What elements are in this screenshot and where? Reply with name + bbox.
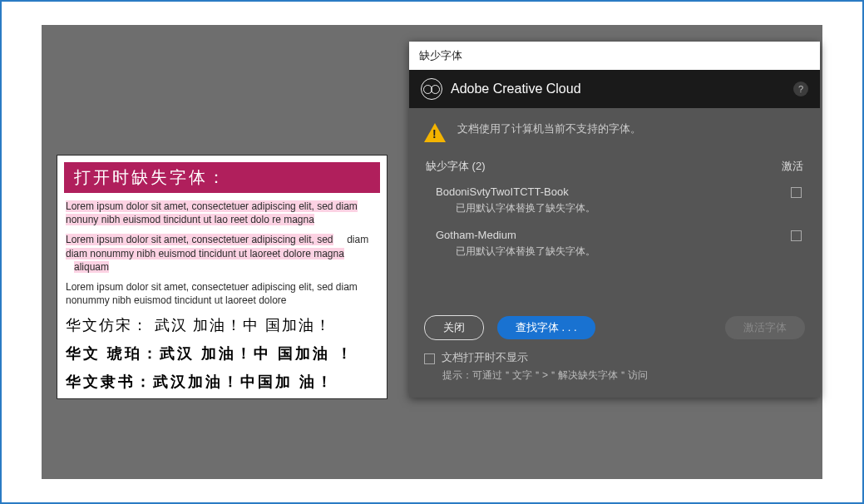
dialog-footer: 文档打开时不显示 提示：可通过＂文字＂>＂解决缺失字体＂访问 — [409, 340, 820, 398]
app-canvas: 打开时缺失字体： Lorem ipsum dolor sit amet, con… — [42, 25, 822, 479]
close-button[interactable]: 关闭 — [424, 315, 484, 340]
find-fonts-button[interactable]: 查找字体 . . . — [497, 316, 595, 339]
brand-label: Adobe Creative Cloud — [451, 82, 581, 96]
missing-fonts-dialog: 缺少字体 Adobe Creative Cloud ? 文档使用了计算机当前不支… — [409, 42, 820, 398]
doc-cn-line-1: 华文仿宋： 武汉 加油！中 国加油！ — [66, 315, 378, 335]
doc-cn-line-3: 华文隶书：武汉加油！中国加 油！ — [66, 372, 378, 392]
activate-checkbox[interactable] — [791, 187, 802, 198]
doc-paragraph-2: Lorem ipsum dolor sit amet, consectetuer… — [66, 233, 378, 274]
font-note: 已用默认字体替换了缺失字体。 — [456, 201, 791, 215]
doc-paragraph-1: Lorem ipsum dolor sit amet, consectetuer… — [66, 200, 378, 226]
missing-count-label: 缺少字体 (2) — [426, 159, 486, 174]
doc-paragraph-3: Lorem ipsum dolor sit amet, consectetuer… — [66, 280, 378, 307]
dont-show-checkbox[interactable] — [424, 353, 435, 364]
document-window: 打开时缺失字体： Lorem ipsum dolor sit amet, con… — [57, 155, 388, 399]
dialog-body: 文档使用了计算机当前不支持的字体。 缺少字体 (2) 激活 BodoniSvty… — [409, 108, 820, 305]
dont-show-label: 文档打开时不显示 — [442, 350, 528, 365]
font-item: BodoniSvtyTwoITCTT-Book 已用默认字体替换了缺失字体。 — [424, 180, 805, 224]
warning-row: 文档使用了计算机当前不支持的字体。 — [424, 121, 805, 142]
help-button[interactable]: ? — [793, 82, 808, 96]
font-name: BodoniSvtyTwoITCTT-Book — [436, 185, 791, 198]
activate-fonts-button[interactable]: 激活字体 — [725, 316, 805, 339]
font-note: 已用默认字体替换了缺失字体。 — [456, 245, 791, 259]
dialog-titlebar: 缺少字体 — [409, 42, 820, 70]
activate-checkbox[interactable] — [791, 230, 802, 241]
font-list: BodoniSvtyTwoITCTT-Book 已用默认字体替换了缺失字体。 G… — [424, 180, 805, 305]
warning-text: 文档使用了计算机当前不支持的字体。 — [457, 121, 641, 136]
doc-cn-line-2: 华文 琥珀：武汉 加油！中 国加油 ！ — [66, 343, 378, 363]
dialog-buttons: 关闭 查找字体 . . . 激活字体 — [409, 305, 820, 340]
dialog-header: Adobe Creative Cloud ? — [409, 70, 820, 108]
creative-cloud-icon — [421, 78, 442, 100]
document-title: 打开时缺失字体： — [64, 162, 380, 193]
activate-column-label: 激活 — [782, 159, 803, 174]
footer-hint: 提示：可通过＂文字＂>＂解决缺失字体＂访问 — [442, 368, 805, 383]
font-item: Gotham-Medium 已用默认字体替换了缺失字体。 — [424, 224, 805, 267]
font-name: Gotham-Medium — [436, 229, 791, 241]
font-list-header: 缺少字体 (2) 激活 — [424, 159, 805, 180]
warning-icon — [424, 123, 446, 142]
